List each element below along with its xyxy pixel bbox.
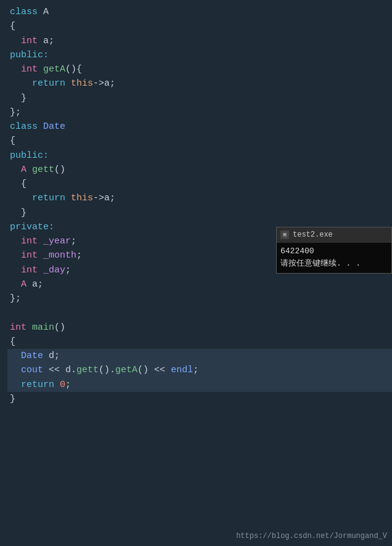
code-line-12: A gett() <box>7 163 392 177</box>
terminal-body: 6422400 请按任意键继续. . . <box>277 243 391 274</box>
terminal-popup: ▣ test2.exe 6422400 请按任意键继续. . . <box>276 227 392 274</box>
code-line-14: return this->a; <box>7 191 392 205</box>
code-editor: class A { int a; public: int getA(){ ret… <box>0 0 392 546</box>
code-line-2: { <box>7 19 392 33</box>
terminal-output-line1: 6422400 <box>280 245 388 258</box>
code-line-15: } <box>7 206 392 220</box>
code-line-6: return this->a; <box>7 76 392 91</box>
code-line-25: Date d; <box>7 349 392 363</box>
code-line-23: int main() <box>7 320 392 335</box>
code-line-13: { <box>7 177 392 191</box>
code-line-20: A a; <box>7 277 392 291</box>
code-line-7: } <box>7 91 392 105</box>
code-line-24: { <box>7 335 392 349</box>
code-line-22 <box>7 306 392 320</box>
code-line-4: public: <box>7 48 392 62</box>
code-line-9: class Date <box>7 120 392 134</box>
code-line-11: public: <box>7 149 392 163</box>
code-line-26: cout << d.gett().getA() << endl; <box>7 363 392 377</box>
terminal-title: test2.exe <box>293 229 333 241</box>
code-line-3: int a; <box>7 34 392 48</box>
code-line-1: class A <box>7 5 392 19</box>
code-line-10: { <box>7 134 392 148</box>
code-line-8: }; <box>7 105 392 120</box>
code-line-28: } <box>7 392 392 406</box>
watermark: https://blog.csdn.net/Jormungand_V <box>236 531 387 542</box>
terminal-titlebar: ▣ test2.exe <box>277 227 391 243</box>
terminal-app-icon: ▣ <box>280 230 289 239</box>
code-line-27: return 0; <box>7 378 392 392</box>
code-line-5: int getA(){ <box>7 62 392 76</box>
terminal-output-line2: 请按任意键继续. . . <box>280 258 388 271</box>
code-line-21: }; <box>7 291 392 306</box>
